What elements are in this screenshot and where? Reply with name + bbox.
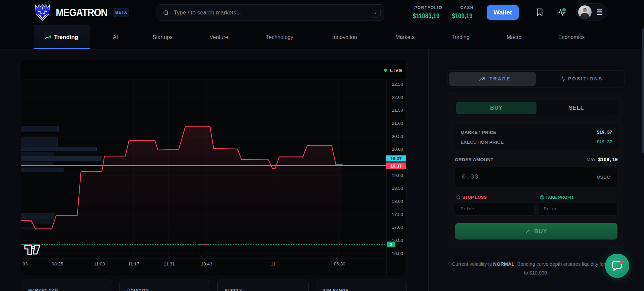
svg-text:11:03: 11:03 (94, 261, 105, 266)
svg-text:18.00: 18.00 (392, 199, 403, 204)
svg-text::03: :03 (22, 261, 28, 266)
svg-text:19.37: 19.37 (390, 156, 402, 161)
svg-text:22.50: 22.50 (392, 82, 403, 87)
svg-text:08:25: 08:25 (52, 261, 63, 266)
svg-text:LIVE: LIVE (390, 68, 403, 73)
svg-text:18.50: 18.50 (392, 186, 403, 191)
svg-text:17.50: 17.50 (392, 212, 403, 217)
svg-text:06:30: 06:30 (334, 261, 345, 266)
svg-text:18:43: 18:43 (201, 261, 212, 266)
svg-text:16.00: 16.00 (392, 251, 403, 256)
svg-text:19.37: 19.37 (390, 163, 402, 169)
svg-text:21.00: 21.00 (392, 121, 403, 126)
svg-text:21.50: 21.50 (392, 108, 403, 113)
svg-text:0: 0 (390, 242, 392, 247)
svg-text:17.00: 17.00 (392, 225, 403, 230)
svg-text:20.50: 20.50 (392, 134, 403, 139)
svg-text:22.00: 22.00 (392, 95, 403, 100)
svg-text:20.00: 20.00 (392, 147, 403, 152)
svg-text:11:31: 11:31 (164, 261, 175, 266)
svg-text:11:17: 11:17 (128, 261, 139, 266)
svg-text:19.00: 19.00 (392, 173, 403, 178)
svg-text:11: 11 (271, 261, 275, 266)
